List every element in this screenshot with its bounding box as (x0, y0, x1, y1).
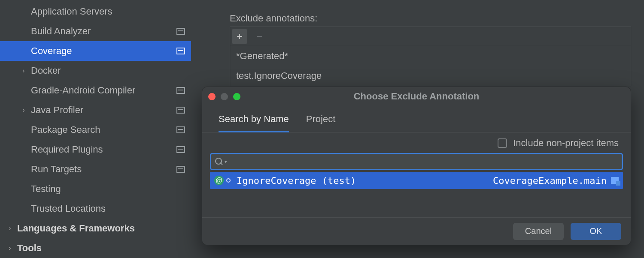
tree-item-label: Java Profiler (31, 105, 176, 116)
exclude-annotations-box: + − *Generated*test.IgnoreCoverage (230, 27, 631, 86)
window-close-button[interactable] (208, 93, 216, 100)
tree-item-label: Tools (17, 243, 191, 254)
search-result-row[interactable]: @ IgnoreCoverage (test) CoverageExample.… (210, 172, 623, 189)
tree-item-label: Required Plugins (31, 144, 176, 155)
include-non-project-row: Include non-project items (202, 132, 631, 153)
module-icon (611, 177, 619, 184)
tree-item-run-targets[interactable]: Run Targets (0, 159, 191, 179)
settings-tree: Application ServersBuild AnalyzerCoverag… (0, 0, 191, 258)
tab-search-by-name[interactable]: Search by Name (219, 114, 289, 132)
add-annotation-button[interactable]: + (232, 29, 247, 44)
project-config-icon (176, 107, 185, 114)
tree-item-label: Testing (31, 183, 191, 195)
plus-icon: + (237, 31, 243, 42)
chevron-right-icon: › (6, 225, 14, 232)
project-config-icon (176, 146, 185, 153)
tree-item-testing[interactable]: Testing (0, 179, 191, 199)
result-secondary: CoverageExample.main (493, 175, 607, 186)
tree-item-label: Languages & Frameworks (17, 223, 191, 234)
dialog-titlebar: Choose Exclude Annotation (202, 87, 631, 106)
tab-project[interactable]: Project (306, 114, 335, 132)
chevron-right-icon: › (20, 106, 27, 114)
dialog-title: Choose Exclude Annotation (202, 91, 631, 102)
chevron-down-icon: ▾ (225, 159, 227, 165)
cancel-button[interactable]: Cancel (513, 223, 564, 240)
tree-item-languages-frameworks[interactable]: ›Languages & Frameworks (0, 219, 191, 238)
annotation-list-item[interactable]: *Generated* (230, 46, 631, 66)
tree-item-build-analyzer[interactable]: Build Analyzer (0, 21, 191, 41)
tree-item-docker[interactable]: ›Docker (0, 61, 191, 81)
project-config-icon (176, 28, 185, 35)
search-input[interactable]: ▾ (210, 153, 623, 170)
tree-item-label: Coverage (31, 45, 176, 57)
tree-item-trusted-locations[interactable]: Trusted Locations (0, 199, 191, 219)
window-zoom-button[interactable] (233, 93, 240, 100)
dialog-footer: Cancel OK (202, 217, 631, 245)
window-controls (208, 93, 240, 100)
project-config-icon (176, 126, 185, 133)
tree-item-label: Build Analyzer (31, 26, 176, 37)
visibility-icon (226, 178, 231, 183)
project-config-icon (176, 48, 185, 54)
include-non-project-label: Include non-project items (513, 138, 619, 149)
tree-item-label: Package Search (31, 124, 176, 135)
search-icon (215, 158, 223, 165)
minus-icon: − (256, 31, 262, 42)
chevron-right-icon: › (6, 244, 14, 252)
include-non-project-checkbox[interactable] (498, 138, 507, 148)
project-config-icon (176, 166, 185, 173)
window-minimize-button[interactable] (221, 93, 228, 100)
annotation-list-item[interactable]: test.IgnoreCoverage (230, 66, 631, 86)
tree-item-application-servers[interactable]: Application Servers (0, 2, 191, 21)
tree-item-package-search[interactable]: Package Search (0, 120, 191, 140)
remove-annotation-button[interactable]: − (252, 29, 267, 44)
dialog-tabs: Search by Name Project (202, 106, 631, 132)
tree-item-label: Application Servers (31, 6, 191, 17)
annotation-icon: @ (214, 176, 224, 185)
tree-item-label: Trusted Locations (31, 203, 191, 214)
tree-item-label: Docker (31, 65, 191, 76)
tree-item-java-profiler[interactable]: ›Java Profiler (0, 100, 191, 120)
tree-item-label: Run Targets (31, 164, 176, 175)
result-primary: IgnoreCoverage (test) (237, 175, 356, 186)
tree-item-required-plugins[interactable]: Required Plugins (0, 140, 191, 159)
project-config-icon (176, 87, 185, 94)
exclude-annotations-label: Exclude annotations: (230, 13, 317, 24)
choose-exclude-annotation-dialog: Choose Exclude Annotation Search by Name… (202, 87, 631, 245)
chevron-right-icon: › (20, 67, 27, 75)
annotations-toolbar: + − (230, 27, 631, 46)
tree-item-coverage[interactable]: Coverage (0, 41, 191, 61)
tree-item-gradle-android-compiler[interactable]: Gradle-Android Compiler (0, 81, 191, 100)
tree-item-label: Gradle-Android Compiler (31, 85, 176, 96)
ok-button[interactable]: OK (571, 223, 621, 240)
tree-item-tools[interactable]: ›Tools (0, 238, 191, 258)
